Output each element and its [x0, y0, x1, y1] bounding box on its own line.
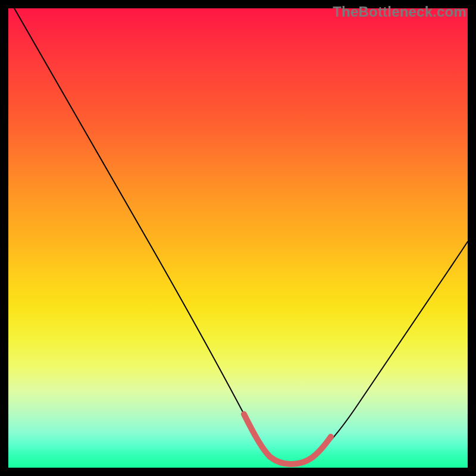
plot-area — [8, 8, 468, 468]
chart-stage: TheBottleneck.com — [0, 0, 476, 476]
curve-layer — [8, 8, 468, 468]
curve-left — [14, 8, 290, 464]
watermark-text: TheBottleneck.com — [333, 4, 466, 20]
curve-right — [290, 242, 468, 464]
plateau-highlight — [244, 414, 331, 464]
